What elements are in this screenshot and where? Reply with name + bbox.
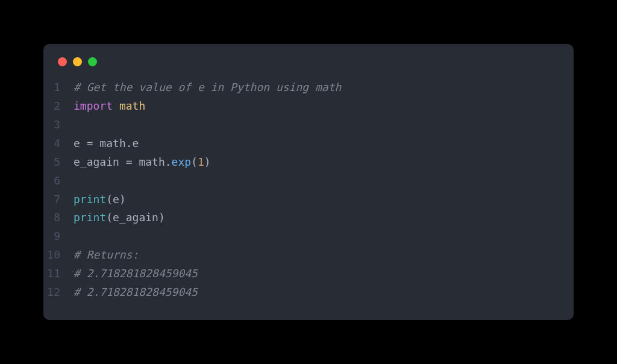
token-comment: # Returns: bbox=[74, 248, 139, 261]
token-plain: e bbox=[74, 137, 87, 149]
line-number: 6 bbox=[43, 172, 74, 190]
line-content: # 2.718281828459045 bbox=[74, 265, 198, 283]
token-num: 1 bbox=[198, 155, 204, 168]
token-comment: # Get the value of e in Python using mat… bbox=[74, 81, 341, 93]
line-content: print(e) bbox=[74, 190, 126, 209]
token-punct: ) bbox=[204, 155, 211, 168]
code-line: 5e_again = math.exp(1) bbox=[43, 153, 574, 172]
line-number: 1 bbox=[43, 78, 74, 97]
code-line: 6 bbox=[43, 172, 574, 190]
token-punct: ) bbox=[119, 193, 126, 206]
line-number: 8 bbox=[43, 209, 74, 227]
token-builtin: print bbox=[74, 193, 106, 206]
line-content: import math bbox=[74, 97, 145, 116]
line-number: 3 bbox=[43, 116, 74, 134]
token-comment: # 2.718281828459045 bbox=[74, 267, 198, 280]
code-line: 8print(e_again) bbox=[43, 209, 574, 227]
token-plain: e_again bbox=[113, 211, 158, 224]
token-punct: . bbox=[126, 137, 133, 149]
line-content: # Get the value of e in Python using mat… bbox=[74, 78, 341, 97]
token-punct: ) bbox=[158, 211, 165, 224]
token-comment: # 2.718281828459045 bbox=[74, 286, 198, 298]
line-number: 9 bbox=[43, 227, 74, 246]
line-content: e_again = math.exp(1) bbox=[74, 153, 211, 172]
line-content: # 2.718281828459045 bbox=[74, 283, 198, 302]
code-line: 1# Get the value of e in Python using ma… bbox=[43, 78, 574, 97]
token-module: math bbox=[119, 99, 145, 112]
code-area[interactable]: 1# Get the value of e in Python using ma… bbox=[43, 78, 574, 302]
token-punct: . bbox=[165, 155, 172, 168]
line-number: 12 bbox=[43, 283, 74, 302]
line-content: e = math.e bbox=[74, 134, 139, 153]
token-punct: ( bbox=[106, 193, 113, 206]
token-punct: ( bbox=[191, 155, 198, 168]
code-line: 10# Returns: bbox=[43, 246, 574, 265]
code-line: 7print(e) bbox=[43, 190, 574, 209]
token-op: = bbox=[87, 137, 93, 149]
code-editor-window: 1# Get the value of e in Python using ma… bbox=[43, 44, 574, 320]
token-punct: ( bbox=[106, 211, 113, 224]
window-controls bbox=[43, 57, 574, 78]
line-number: 2 bbox=[43, 97, 74, 116]
line-number: 5 bbox=[43, 153, 74, 172]
token-plain: e_again bbox=[74, 155, 126, 168]
token-plain: e bbox=[113, 193, 119, 206]
line-number: 10 bbox=[43, 246, 74, 265]
token-func: exp bbox=[172, 155, 192, 168]
code-line: 12# 2.718281828459045 bbox=[43, 283, 574, 302]
token-plain: math bbox=[133, 155, 165, 168]
maximize-icon[interactable] bbox=[88, 57, 97, 66]
line-content: print(e_again) bbox=[74, 209, 165, 227]
minimize-icon[interactable] bbox=[73, 57, 82, 66]
token-plain bbox=[113, 99, 119, 112]
token-op: = bbox=[126, 155, 133, 168]
close-icon[interactable] bbox=[58, 57, 67, 66]
token-keyword: import bbox=[74, 99, 113, 112]
token-builtin: print bbox=[74, 211, 106, 224]
code-line: 9 bbox=[43, 227, 574, 246]
code-line: 11# 2.718281828459045 bbox=[43, 265, 574, 283]
code-line: 3 bbox=[43, 116, 574, 134]
token-plain: math bbox=[93, 137, 126, 149]
code-line: 2import math bbox=[43, 97, 574, 116]
line-number: 7 bbox=[43, 190, 74, 209]
line-number: 11 bbox=[43, 265, 74, 283]
line-number: 4 bbox=[43, 134, 74, 153]
token-plain: e bbox=[133, 137, 139, 149]
line-content: # Returns: bbox=[74, 246, 139, 265]
code-line: 4e = math.e bbox=[43, 134, 574, 153]
